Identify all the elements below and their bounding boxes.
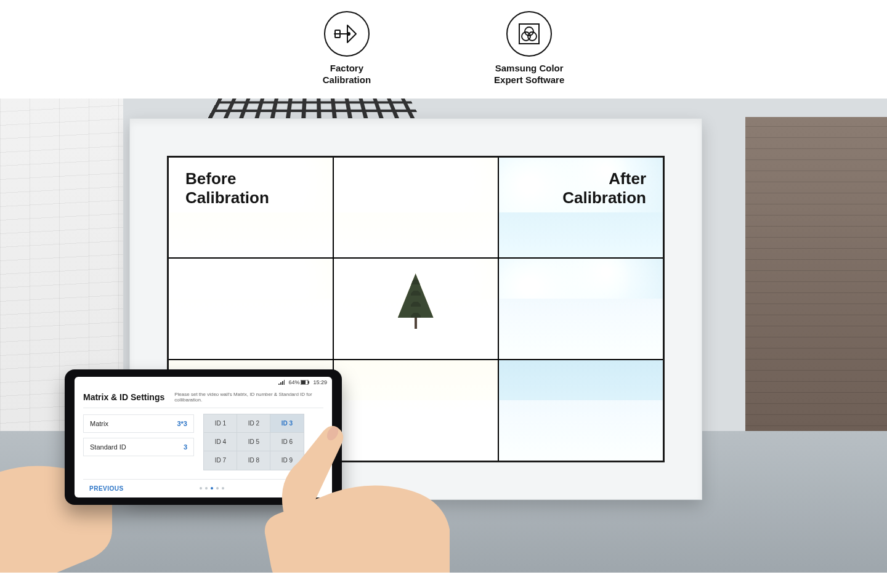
settings-fields: Matrix 3*3 Standard ID 3 [83, 414, 194, 479]
previous-button[interactable]: PREVIOUS [87, 481, 126, 496]
battery-percent: 64% [288, 379, 299, 385]
brick-wall-right [745, 117, 887, 437]
scene: Before Calibration After Calibration 64%… [0, 99, 887, 573]
id-grid: ID 1ID 2ID 3ID 4ID 5ID 6ID 7ID 8ID 9 [204, 414, 304, 479]
page-dot[interactable] [216, 487, 219, 489]
color-expert-caption: Samsung Color Expert Software [494, 63, 564, 86]
page-dot[interactable] [205, 487, 208, 489]
color-expert-feature: Samsung Color Expert Software [494, 11, 564, 86]
svg-point-2 [347, 33, 350, 35]
id-cell-6[interactable]: ID 6 [270, 433, 304, 451]
signal-icon [278, 380, 285, 385]
matrix-label: Matrix [90, 420, 108, 427]
venn-icon [506, 11, 552, 57]
svg-rect-9 [301, 381, 306, 384]
standard-id-value: 3 [184, 443, 187, 451]
screen-title: Matrix & ID Settings [83, 392, 164, 402]
id-cell-4[interactable]: ID 4 [204, 433, 237, 451]
id-cell-5[interactable]: ID 5 [237, 433, 270, 451]
standard-id-label: Standard ID [90, 443, 126, 451]
phone-screen: 64% 15:29 Matrix & ID Settings Please se… [75, 377, 332, 497]
phone-device: 64% 15:29 Matrix & ID Settings Please se… [65, 369, 342, 505]
id-cell-1[interactable]: ID 1 [204, 414, 237, 433]
page-dot[interactable] [222, 487, 224, 489]
after-calibration-label: After Calibration [562, 169, 646, 207]
before-calibration-label: Before Calibration [185, 169, 269, 207]
page-dots [200, 487, 224, 489]
factory-calibration-caption: Factory Calibration [323, 63, 371, 86]
standard-id-field[interactable]: Standard ID 3 [83, 438, 194, 456]
screen-subtitle: Please set the video wall's Matrix, ID n… [174, 392, 323, 403]
feature-icons-row: Factory Calibration Samsung Color Expert… [0, 0, 887, 92]
page-dot[interactable] [200, 487, 202, 489]
id-cell-3[interactable]: ID 3 [270, 414, 304, 433]
matrix-field[interactable]: Matrix 3*3 [83, 414, 194, 433]
factory-calibration-feature: Factory Calibration [323, 11, 371, 86]
svg-rect-10 [308, 381, 309, 384]
next-button[interactable]: NEXT [297, 481, 320, 496]
id-cell-7[interactable]: ID 7 [204, 451, 237, 470]
phone-status-bar: 64% 15:29 [75, 377, 332, 388]
page-dot[interactable] [211, 487, 213, 489]
id-cell-2[interactable]: ID 2 [237, 414, 270, 433]
status-time: 15:29 [313, 379, 327, 385]
id-cell-9[interactable]: ID 9 [270, 451, 304, 470]
svg-point-6 [528, 32, 537, 41]
calibration-icon [324, 11, 370, 57]
battery-icon [301, 380, 309, 385]
svg-point-4 [525, 27, 533, 36]
id-cell-8[interactable]: ID 8 [237, 451, 270, 470]
matrix-value: 3*3 [177, 420, 187, 427]
